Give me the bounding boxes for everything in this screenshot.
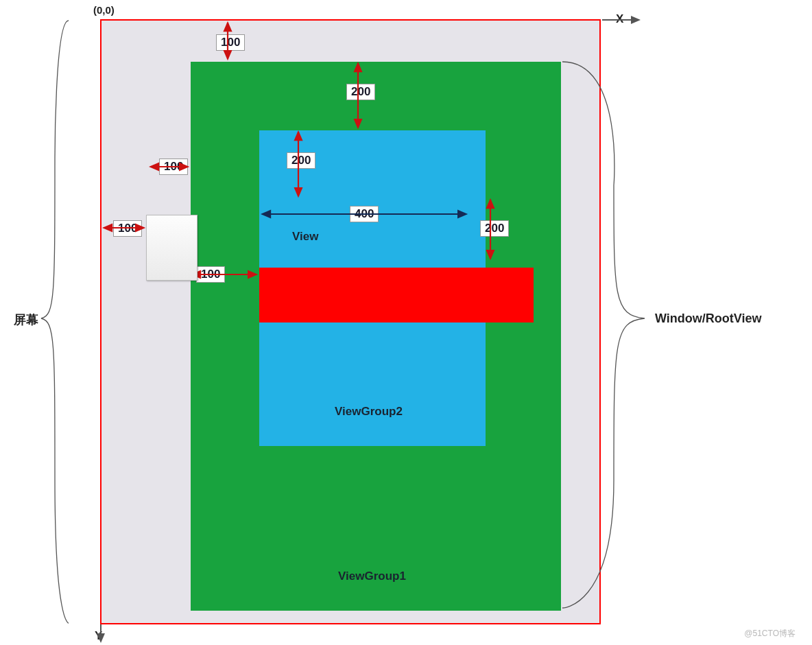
screen-rect: ViewGroup2 ViewGroup1 (100, 19, 601, 624)
dim-screen-view-left: 100 (113, 220, 142, 237)
viewgroup1-label: ViewGroup1 (338, 570, 406, 583)
dim-vg2-view-top: 200 (287, 152, 315, 169)
x-axis-label: X (616, 12, 623, 26)
viewgroup1-rect: ViewGroup2 ViewGroup1 (191, 62, 561, 611)
origin-label: (0,0) (93, 4, 115, 16)
white-box (146, 215, 198, 281)
window-side-label: Window/RootView (655, 312, 762, 326)
view-label: View (292, 230, 318, 244)
viewgroup2-label: ViewGroup2 (335, 405, 403, 419)
dim-vg1-view-left-bottom: 100 (196, 266, 225, 283)
dim-screen-vg1-top: 100 (216, 34, 245, 51)
dim-view-width: 400 (350, 206, 379, 222)
dim-vg1-view-left: 100 (159, 159, 188, 175)
dim-view-height: 200 (480, 220, 509, 237)
screen-side-label: 屏幕 (14, 312, 38, 328)
left-brace (41, 21, 69, 623)
y-axis-label: Y (95, 629, 102, 643)
viewgroup2-rect: ViewGroup2 (259, 130, 486, 446)
view-rect (259, 268, 534, 322)
dim-vg1-vg2-top: 200 (346, 84, 375, 100)
watermark: @51CTO博客 (744, 628, 796, 640)
